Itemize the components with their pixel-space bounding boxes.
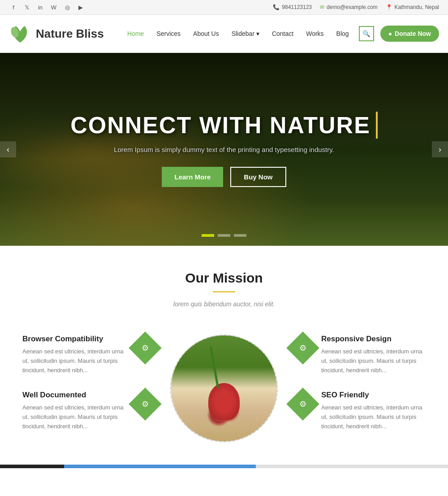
mission-underline — [213, 291, 235, 292]
feature-browser-title: Browser Compatibility — [22, 335, 127, 344]
phone-icon: 📞 — [273, 4, 280, 10]
twitter-icon[interactable]: 𝕏 — [22, 3, 31, 12]
mission-subtitle: lorem quis bibendum auctor, nisi elit. — [9, 300, 439, 308]
bottom-strip — [0, 465, 448, 468]
slider-dots — [202, 234, 246, 237]
email-icon: ✉ — [320, 4, 324, 10]
hero-slider: ‹ CONNECT WITH NATURE Lorem Ipsum is sim… — [0, 53, 448, 246]
search-button[interactable]: 🔍 — [359, 26, 374, 41]
feature-browser-text: Browser Compatibility Aenean sed est ult… — [22, 335, 127, 375]
feature-seo-desc: Aenean sed est ultricies, interdum urna … — [321, 403, 426, 431]
feature-documented-desc: Aenean sed est ultricies, interdum urna … — [22, 403, 127, 431]
top-bar: f 𝕏 in W ◎ ▶ 📞 9841123123 ✉ demo@example… — [0, 0, 448, 15]
nav-blog[interactable]: Blog — [331, 26, 354, 41]
feature-seo-title: SEO Friendly — [321, 391, 426, 400]
strip-white — [256, 465, 448, 468]
slider-prev-button[interactable]: ‹ — [0, 141, 16, 157]
feature-responsive: ⚙ Responsive Design Aenean sed est ultri… — [291, 335, 426, 375]
features-section: Browser Compatibility Aenean sed est ult… — [0, 326, 448, 465]
features-center-image — [166, 335, 282, 442]
phone-info: 📞 9841123123 — [273, 4, 312, 10]
nav-slidebar[interactable]: Slidebar ▾ — [226, 26, 265, 41]
nav-contact[interactable]: Contact — [267, 26, 299, 41]
feature-browser-icon: ⚙ — [129, 331, 162, 365]
social-links: f 𝕏 in W ◎ ▶ — [9, 3, 85, 12]
youtube-icon[interactable]: ▶ — [76, 3, 85, 12]
instagram-icon[interactable]: ◎ — [63, 3, 72, 12]
feature-responsive-icon: ⚙ — [286, 331, 319, 365]
slider-dot-3[interactable] — [234, 234, 246, 237]
mission-title: Our Mission — [9, 270, 439, 286]
mission-section: Our Mission lorem quis bibendum auctor, … — [0, 246, 448, 326]
feature-responsive-text: Responsive Design Aenean sed est ultrici… — [321, 335, 426, 375]
nav-services[interactable]: Services — [151, 26, 186, 41]
learn-more-button[interactable]: Learn More — [162, 167, 223, 187]
brand-name: Nature Bliss — [36, 27, 104, 41]
center-circle — [170, 335, 278, 442]
nav-home[interactable]: Home — [122, 26, 149, 41]
feature-documented-text: Well Documented Aenean sed est ultricies… — [22, 391, 127, 431]
feature-seo: ⚙ SEO Friendly Aenean sed est ultricies,… — [291, 391, 426, 431]
nav-works[interactable]: Works — [301, 26, 329, 41]
leaf-icon — [9, 22, 31, 45]
location-info: 📍 Kathmandu, Nepal — [386, 4, 439, 10]
facebook-icon[interactable]: f — [9, 3, 18, 12]
strip-black — [0, 465, 64, 468]
feature-responsive-title: Responsive Design — [321, 335, 426, 344]
linkedin-icon[interactable]: in — [36, 3, 45, 12]
slider-dot-1[interactable] — [202, 234, 214, 237]
wordpress-icon[interactable]: W — [49, 3, 58, 12]
donate-icon: ● — [388, 30, 392, 37]
features-left: Browser Compatibility Aenean sed est ult… — [22, 335, 157, 431]
slider-dot-2[interactable] — [218, 234, 230, 237]
navbar: Nature Bliss Home Services About Us Slid… — [0, 15, 448, 53]
hero-title: CONNECT WITH NATURE — [70, 112, 378, 139]
contact-info: 📞 9841123123 ✉ demo@example.com 📍 Kathma… — [273, 4, 439, 10]
nature-image — [171, 335, 277, 441]
feature-seo-icon: ⚙ — [286, 388, 319, 421]
strip-blue — [64, 465, 256, 468]
buy-now-button[interactable]: Buy Now — [230, 167, 286, 187]
email-info: ✉ demo@example.com — [320, 4, 378, 10]
location-icon: 📍 — [386, 4, 392, 10]
feature-documented-icon: ⚙ — [129, 388, 162, 421]
hero-buttons: Learn More Buy Now — [67, 167, 381, 187]
slider-next-button[interactable]: › — [432, 141, 448, 157]
hero-content: CONNECT WITH NATURE Lorem Ipsum is simpl… — [67, 112, 381, 187]
feature-responsive-desc: Aenean sed est ultricies, interdum urna … — [321, 347, 426, 375]
feature-browser-compat: Browser Compatibility Aenean sed est ult… — [22, 335, 157, 375]
features-right: ⚙ Responsive Design Aenean sed est ultri… — [291, 335, 426, 431]
hero-subtitle: Lorem Ipsum is simply dummy text of the … — [67, 146, 381, 153]
feature-documented-title: Well Documented — [22, 391, 127, 400]
brand-logo[interactable]: Nature Bliss — [9, 22, 104, 45]
feature-seo-text: SEO Friendly Aenean sed est ultricies, i… — [321, 391, 426, 431]
feature-documented: Well Documented Aenean sed est ultricies… — [22, 391, 157, 431]
feature-browser-desc: Aenean sed est ultricies, interdum urna … — [22, 347, 127, 375]
nav-about[interactable]: About Us — [188, 26, 224, 41]
donate-button[interactable]: ● Donate Now — [380, 26, 439, 42]
nav-links: Home Services About Us Slidebar ▾ Contac… — [122, 26, 439, 42]
